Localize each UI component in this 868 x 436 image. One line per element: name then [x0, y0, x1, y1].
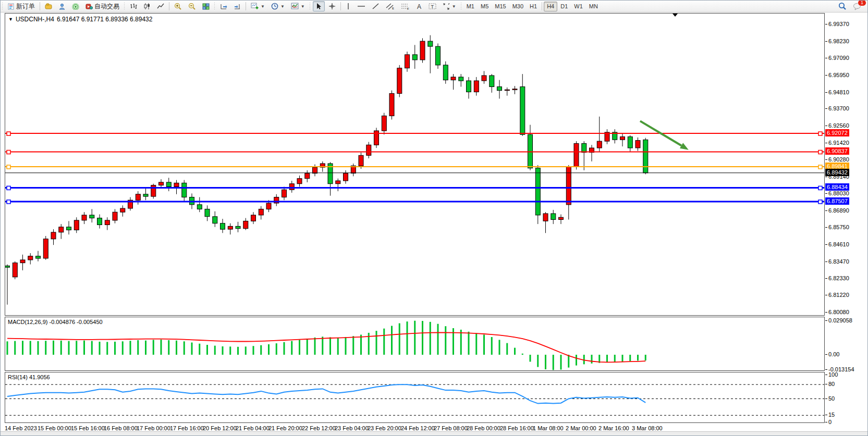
new-order-button[interactable]: 新订单 — [5, 1, 38, 11]
price-tick: 6.98230 — [828, 38, 849, 44]
timeframe-button-H4[interactable]: H4 — [544, 2, 557, 11]
auto-trading-button[interactable]: 自动交易 — [83, 1, 122, 11]
rsi-axis-tick: 100 — [828, 371, 838, 378]
price-tick: 6.81220 — [828, 292, 849, 298]
new-order-label: 新订单 — [16, 2, 35, 11]
text-label-button[interactable]: T — [426, 1, 439, 11]
symbol-dropdown-icon[interactable]: ▼ — [8, 17, 13, 22]
timeframe-button-H1[interactable]: H1 — [527, 2, 540, 11]
cursor-arrow-icon — [315, 3, 322, 10]
horizontal-line-button[interactable] — [354, 1, 368, 11]
equidistant-channel-button[interactable]: E — [383, 1, 397, 11]
trendline-icon — [372, 3, 380, 10]
time-tick: 22 Feb 12:00 — [302, 425, 336, 431]
signals-broadcast-icon — [72, 3, 79, 10]
chart-line-button[interactable] — [154, 1, 167, 11]
macd-axis-tick: 0.029058 — [828, 317, 852, 323]
vertical-line-button[interactable] — [343, 1, 353, 11]
chart-title: ▼ USDCNH-,H4 6.91647 6.91771 6.89336 6.8… — [8, 16, 152, 23]
toolbar-grip[interactable] — [309, 2, 311, 10]
auto-trading-icon — [85, 3, 93, 10]
chart-candles-button[interactable] — [141, 1, 153, 11]
tile-windows-button[interactable] — [200, 1, 212, 11]
signals-button[interactable] — [69, 1, 82, 11]
time-tick: 20 Feb 12:00 — [203, 425, 237, 431]
search-icon — [838, 2, 847, 10]
cursor-button[interactable] — [313, 1, 325, 11]
fibonacci-button[interactable]: F — [398, 1, 412, 11]
chart-shift-marker[interactable] — [673, 14, 678, 17]
macd-chart-canvas[interactable] — [5, 317, 824, 370]
toolbar-grip[interactable] — [214, 2, 216, 10]
toolbar: 新订单 自动交易 ▼ ▼ ▼ E F A T ▼ — [1, 1, 867, 13]
timeframe-button-M30[interactable]: M30 — [509, 2, 527, 11]
bar-chart-icon — [130, 3, 137, 10]
zoom-in-button[interactable] — [172, 1, 185, 11]
zoom-out-button[interactable] — [186, 1, 199, 11]
chart-shift-button[interactable] — [231, 1, 243, 11]
text-label-icon: T — [429, 3, 436, 10]
arrows-icon — [443, 3, 450, 10]
crosshair-button[interactable] — [326, 1, 338, 11]
search-button[interactable] — [836, 1, 849, 11]
time-tick: 17 Feb 00:00 — [137, 425, 170, 431]
timeframe-button-D1[interactable]: D1 — [557, 2, 571, 11]
chart-shift-icon — [234, 3, 241, 10]
time-tick: 3 Mar 08:00 — [632, 425, 663, 431]
timeframe-button-M5[interactable]: M5 — [478, 2, 492, 11]
main-chart-panel[interactable]: ▼ USDCNH-,H4 6.91647 6.91771 6.89336 6.8… — [5, 13, 825, 316]
status-bar — [1, 431, 867, 435]
price-axis[interactable]: 6.993706.982306.970906.959506.948106.937… — [825, 13, 868, 423]
current-price-badge: 6.89432 — [825, 169, 849, 176]
arrows-dropdown[interactable]: ▼ — [440, 1, 459, 11]
rsi-chart-canvas[interactable] — [5, 372, 824, 422]
timeframe-button-M1[interactable]: M1 — [463, 2, 478, 11]
line-chart-icon — [157, 3, 164, 10]
candlestick-chart-icon — [143, 3, 151, 10]
toolbar-grip[interactable] — [2, 2, 4, 10]
timeframe-button-MN[interactable]: MN — [586, 2, 601, 11]
chevron-down-icon: ▼ — [452, 4, 456, 9]
rsi-axis-tick: 50 — [828, 395, 835, 402]
svg-text:F: F — [407, 7, 409, 10]
auto-scroll-icon — [220, 3, 227, 10]
chat-notification-badge: 1 — [858, 0, 866, 6]
svg-text:E: E — [392, 7, 394, 10]
candlestick-chart-canvas[interactable] — [5, 14, 824, 315]
auto-trading-label: 自动交易 — [94, 2, 119, 11]
rsi-panel[interactable]: RSI(14) 41.9056 — [5, 372, 825, 423]
period-dropdown[interactable]: ▼ — [268, 1, 287, 11]
text-button[interactable]: A — [413, 1, 425, 11]
time-tick: 15 Feb 00:00 — [38, 425, 71, 431]
time-tick: 17 Feb 16:00 — [170, 425, 204, 431]
time-tick: 23 Feb 04:00 — [335, 425, 369, 431]
templates-dropdown[interactable]: ▼ — [288, 1, 308, 11]
price-tick: 6.93700 — [828, 105, 849, 111]
chat-button[interactable]: 1 — [850, 1, 864, 11]
toolbar-grip[interactable] — [460, 2, 462, 10]
time-tick: 15 Feb 16:00 — [71, 425, 105, 431]
macd-panel[interactable]: MACD(12,26,9) -0.004876 -0.005450 — [5, 317, 825, 371]
toolbar-grip[interactable] — [124, 2, 126, 10]
price-tick: 6.92560 — [828, 122, 849, 129]
chart-bars-button[interactable] — [127, 1, 140, 11]
trendline-button[interactable] — [369, 1, 382, 11]
auto-scroll-button[interactable] — [217, 1, 230, 11]
horizontal-line-icon — [357, 3, 365, 10]
zoom-in-icon — [174, 3, 182, 10]
time-tick: 2 Mar 00:00 — [566, 425, 596, 431]
timeframe-toolbar: M1M5M15M30H1H4D1W1MN — [463, 2, 601, 11]
new-chart-dropdown[interactable]: ▼ — [248, 1, 267, 11]
price-tick: 6.82330 — [828, 275, 849, 281]
profiles-button[interactable] — [42, 1, 55, 11]
price-tick: 6.95950 — [828, 72, 849, 78]
time-tick: 1 Mar 08:00 — [533, 425, 564, 431]
timeframe-button-M15[interactable]: M15 — [492, 2, 509, 11]
price-tick: 6.94810 — [828, 89, 849, 95]
community-person-icon — [58, 3, 66, 10]
community-button[interactable] — [56, 1, 68, 11]
time-tick: 21 Feb 04:00 — [236, 425, 270, 431]
timeframe-button-W1[interactable]: W1 — [571, 2, 586, 11]
svg-text:T: T — [431, 4, 434, 9]
chart-symbol-period: USDCNH-,H4 — [16, 16, 54, 23]
